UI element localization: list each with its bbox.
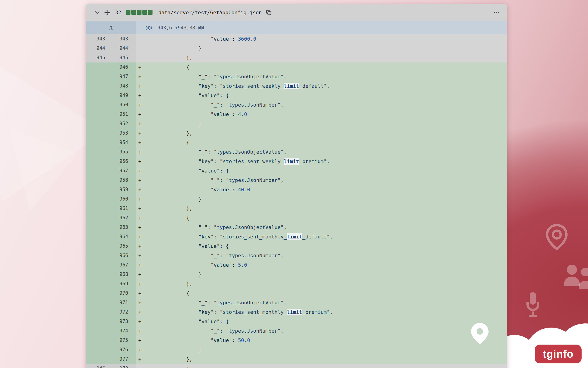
new-line-number[interactable]: 970 [110,288,136,298]
diff-marker: + [136,345,147,354]
old-line-number[interactable] [86,72,110,81]
new-line-number[interactable]: 952 [110,119,136,129]
new-line-number[interactable]: 956 [110,157,136,166]
old-line-number[interactable] [86,354,110,364]
new-line-number[interactable]: 954 [110,138,136,147]
code-line: "_": "types.JsonNumber", [147,326,507,336]
new-line-number[interactable]: 943 [110,34,136,44]
old-line-number[interactable] [86,63,110,72]
new-line-number[interactable]: 947 [110,72,136,81]
diff-row: 962+ { [86,213,507,223]
diff-row: 957+ "value": { [86,166,507,175]
old-line-number[interactable] [86,91,110,100]
microphone-icon [524,291,542,318]
new-line-number[interactable]: 949 [110,91,136,100]
new-line-number[interactable]: 945 [110,53,136,63]
old-line-number[interactable] [86,194,110,204]
new-line-number[interactable]: 969 [110,279,136,288]
expand-lines-icon[interactable] [108,25,114,31]
diff-row: 954+ { [86,138,507,147]
more-options-icon[interactable] [493,9,500,16]
new-line-number[interactable]: 960 [110,194,136,204]
old-line-number[interactable] [86,185,110,194]
old-line-number[interactable]: 943 [86,34,110,44]
diff-marker: + [136,110,147,119]
new-line-number[interactable]: 950 [110,100,136,110]
old-line-number[interactable] [86,326,110,336]
old-line-number[interactable] [86,81,110,91]
new-line-number[interactable]: 975 [110,336,136,345]
diff-marker: + [136,232,147,241]
new-line-number[interactable]: 951 [110,110,136,119]
old-line-number[interactable] [86,288,110,298]
new-line-number[interactable]: 971 [110,298,136,307]
old-line-number[interactable] [86,166,110,175]
people-icon [561,262,588,294]
new-line-number[interactable]: 965 [110,241,136,251]
old-line-number[interactable] [86,129,110,138]
diff-row: 944944 } [86,44,507,53]
old-line-number[interactable] [86,241,110,251]
collapse-chevron-icon[interactable] [94,9,100,16]
old-line-number[interactable] [86,119,110,129]
copy-path-icon[interactable] [266,9,272,16]
old-line-number[interactable]: 945 [86,53,110,63]
old-line-number[interactable] [86,298,110,307]
old-line-number[interactable] [86,213,110,223]
new-line-number[interactable]: 946 [110,63,136,72]
old-line-number[interactable] [86,147,110,157]
new-line-number[interactable]: 978 [110,364,136,368]
new-line-number[interactable]: 966 [110,251,136,260]
old-line-number[interactable] [86,336,110,345]
code-line: { [147,364,507,368]
new-line-number[interactable]: 944 [110,44,136,53]
new-line-number[interactable]: 977 [110,354,136,364]
old-line-number[interactable] [86,317,110,326]
code-line: "_": "types.JsonNumber", [147,175,507,185]
drag-handle-icon[interactable] [104,9,110,16]
new-line-number[interactable]: 976 [110,345,136,354]
new-line-number[interactable]: 973 [110,317,136,326]
new-line-number[interactable]: 955 [110,147,136,157]
file-path[interactable]: data/server/test/GetAppConfig.json [158,10,262,15]
diff-row: 963+ "_": "types.JsonObjectValue", [86,223,507,232]
new-line-number[interactable]: 953 [110,129,136,138]
old-line-number[interactable] [86,270,110,279]
new-line-number[interactable]: 962 [110,213,136,223]
old-line-number[interactable]: 944 [86,44,110,53]
new-line-number[interactable]: 974 [110,326,136,336]
new-line-number[interactable]: 948 [110,81,136,91]
diff-marker: + [136,166,147,175]
old-line-number[interactable] [86,157,110,166]
old-line-number[interactable] [86,110,110,119]
new-line-number[interactable]: 959 [110,185,136,194]
new-line-number[interactable]: 968 [110,270,136,279]
diff-row: 970+ { [86,288,507,298]
old-line-number[interactable] [86,345,110,354]
old-line-number[interactable] [86,232,110,241]
diff-stat-squares [126,10,153,15]
new-line-number[interactable]: 964 [110,232,136,241]
old-line-number[interactable] [86,307,110,317]
new-line-number[interactable]: 961 [110,204,136,213]
old-line-number[interactable] [86,223,110,232]
new-line-number[interactable]: 957 [110,166,136,175]
old-line-number[interactable] [86,100,110,110]
new-line-number[interactable]: 963 [110,223,136,232]
new-line-number[interactable]: 972 [110,307,136,317]
diff-marker: + [136,72,147,81]
old-line-number[interactable] [86,279,110,288]
old-line-number[interactable] [86,251,110,260]
diff-marker: + [136,185,147,194]
old-line-number[interactable] [86,175,110,185]
new-line-number[interactable]: 967 [110,260,136,270]
diff-row: 949+ "value": { [86,91,507,100]
old-line-number[interactable] [86,138,110,147]
diff-row: 975+ "value": 50.0 [86,336,507,345]
old-line-number[interactable] [86,204,110,213]
code-line: "value": { [147,166,507,175]
new-line-number[interactable]: 958 [110,175,136,185]
old-line-number[interactable] [86,260,110,270]
code-line: "_": "types.JsonObjectValue", [147,223,507,232]
old-line-number[interactable]: 946 [86,364,110,368]
